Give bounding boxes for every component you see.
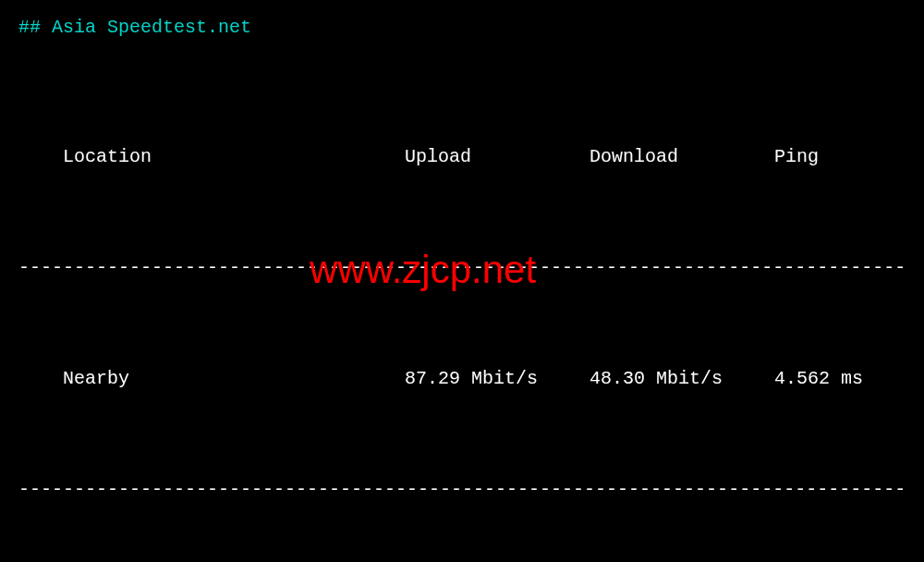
speedtest-table: LocationUploadDownloadPing -------------… (18, 60, 906, 562)
header-upload: Upload (405, 143, 590, 171)
divider: ----------------------------------------… (18, 476, 906, 504)
nearby-ping: 4.562 ms (774, 365, 913, 393)
page-title: ## Asia Speedtest.net (18, 14, 906, 42)
header-ping: Ping (774, 143, 913, 171)
header-download: Download (590, 143, 774, 171)
table-header: LocationUploadDownloadPing (18, 116, 906, 199)
nearby-upload: 87.29 Mbit/s (405, 365, 590, 393)
divider: ----------------------------------------… (18, 254, 906, 282)
header-location: Location (63, 143, 405, 171)
nearby-download: 48.30 Mbit/s (590, 365, 774, 393)
nearby-location: Nearby (63, 365, 405, 393)
nearby-row: Nearby87.29 Mbit/s48.30 Mbit/s4.562 ms (18, 337, 906, 421)
